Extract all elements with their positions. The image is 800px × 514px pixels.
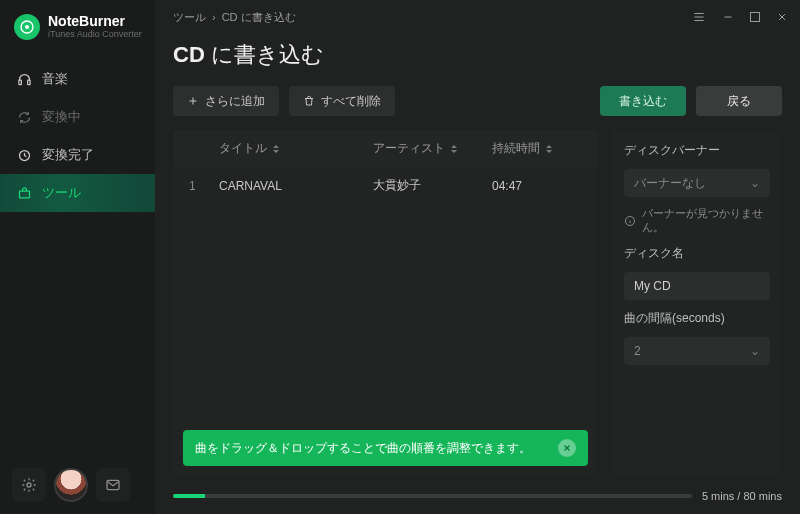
close-icon	[776, 11, 788, 23]
svg-rect-2	[18, 80, 21, 84]
nav-list: 音楽 変換中 変換完了 ツール	[0, 60, 155, 212]
gear-icon	[21, 477, 37, 493]
breadcrumb: ツール › CD に書き込む	[173, 10, 296, 25]
chevron-down-icon: ⌄	[750, 176, 760, 190]
hint-text: 曲をドラッグ＆ドロップすることで曲の順番を調整できます。	[195, 441, 531, 456]
sidebar-item-label: 音楽	[42, 70, 68, 88]
back-button[interactable]: 戻る	[696, 86, 782, 116]
minimize-icon	[722, 11, 734, 23]
discname-value: My CD	[634, 279, 671, 293]
svg-point-1	[25, 25, 29, 29]
remove-all-button[interactable]: すべて削除	[289, 86, 395, 116]
sidebar-item-converting[interactable]: 変換中	[0, 98, 155, 136]
sidebar-item-tools[interactable]: ツール	[0, 174, 155, 212]
hint-close-button[interactable]	[558, 439, 576, 457]
sidebar-footer	[0, 456, 155, 514]
brand: NoteBurner iTunes Audio Converter	[0, 0, 155, 50]
cell-index: 1	[189, 177, 219, 194]
content: タイトル アーティスト 持続時間 1 CARNAVAL 大貫妙子 04:47	[155, 130, 800, 476]
sidebar-item-label: 変換中	[42, 108, 81, 126]
th-title[interactable]: タイトル	[219, 140, 373, 157]
close-button[interactable]	[776, 11, 788, 23]
sidebar-item-label: ツール	[42, 184, 81, 202]
mail-icon	[105, 477, 121, 493]
headphones-icon	[16, 71, 32, 87]
app-logo-icon	[14, 14, 40, 40]
settings-button[interactable]	[12, 468, 46, 502]
th-duration[interactable]: 持続時間	[492, 140, 582, 157]
svg-point-6	[27, 483, 31, 487]
sidebar-item-converted[interactable]: 変換完了	[0, 136, 155, 174]
gap-select[interactable]: 2 ⌄	[624, 337, 770, 365]
minimize-button[interactable]	[722, 11, 734, 23]
chevron-down-icon: ⌄	[750, 344, 760, 358]
burner-select[interactable]: バーナーなし ⌄	[624, 169, 770, 197]
plus-icon	[187, 95, 199, 107]
gap-label: 曲の間隔(seconds)	[624, 310, 770, 327]
sidebar-item-label: 変換完了	[42, 146, 94, 164]
toolbox-icon	[16, 185, 32, 201]
main: ツール › CD に書き込む	[155, 0, 800, 514]
gap-value: 2	[634, 344, 641, 358]
sidebar: NoteBurner iTunes Audio Converter 音楽 変換中…	[0, 0, 155, 514]
progress-text: 5 mins / 80 mins	[702, 490, 782, 502]
brand-title: NoteBurner	[48, 14, 142, 29]
progress-fill	[173, 494, 205, 498]
brand-subtitle: iTunes Audio Converter	[48, 30, 142, 40]
discname-label: ディスク名	[624, 245, 770, 262]
th-artist[interactable]: アーティスト	[373, 140, 492, 157]
progress-bar	[173, 494, 692, 498]
burner-label: ディスクバーナー	[624, 142, 770, 159]
top-row: ツール › CD に書き込む	[155, 0, 800, 34]
trash-icon	[303, 95, 315, 107]
burn-button[interactable]: 書き込む	[600, 86, 686, 116]
action-row: さらに追加 すべて削除 書き込む 戻る	[155, 86, 800, 130]
page-title-rest: に書き込む	[205, 42, 324, 67]
cell-title: CARNAVAL	[219, 177, 373, 194]
info-icon	[624, 215, 636, 227]
side-panel: ディスクバーナー バーナーなし ⌄ バーナーが見つかりません。 ディスク名 My…	[612, 130, 782, 476]
svg-rect-5	[19, 191, 29, 198]
chevron-right-icon: ›	[212, 11, 216, 23]
add-more-button[interactable]: さらに追加	[173, 86, 279, 116]
svg-rect-3	[27, 80, 30, 84]
burn-label: 書き込む	[619, 93, 667, 110]
back-label: 戻る	[727, 93, 751, 110]
progress-footer: 5 mins / 80 mins	[155, 476, 800, 514]
page-title: CD に書き込む	[155, 34, 800, 86]
burner-value: バーナーなし	[634, 175, 706, 192]
cell-duration: 04:47	[492, 177, 582, 194]
table-header: タイトル アーティスト 持続時間	[173, 130, 598, 167]
breadcrumb-current: CD に書き込む	[222, 10, 296, 25]
add-more-label: さらに追加	[205, 93, 265, 110]
track-table: タイトル アーティスト 持続時間 1 CARNAVAL 大貫妙子 04:47	[173, 130, 598, 476]
menu-icon	[692, 10, 706, 24]
burner-warning: バーナーが見つかりません。	[624, 207, 770, 235]
reorder-hint: 曲をドラッグ＆ドロップすることで曲の順番を調整できます。	[183, 430, 588, 466]
close-icon	[562, 443, 572, 453]
window-controls	[692, 10, 788, 24]
sync-icon	[16, 109, 32, 125]
feedback-button[interactable]	[96, 468, 130, 502]
remove-all-label: すべて削除	[321, 93, 381, 110]
clock-icon	[16, 147, 32, 163]
sort-icon	[271, 144, 281, 154]
sidebar-item-music[interactable]: 音楽	[0, 60, 155, 98]
page-title-strong: CD	[173, 42, 205, 67]
breadcrumb-root[interactable]: ツール	[173, 10, 206, 25]
maximize-button[interactable]	[750, 12, 760, 22]
sort-icon	[449, 144, 459, 154]
avatar[interactable]	[54, 468, 88, 502]
cell-artist: 大貫妙子	[373, 177, 492, 194]
menu-button[interactable]	[692, 10, 706, 24]
discname-input[interactable]: My CD	[624, 272, 770, 300]
table-row[interactable]: 1 CARNAVAL 大貫妙子 04:47	[173, 167, 598, 204]
sort-icon	[544, 144, 554, 154]
maximize-icon	[750, 12, 760, 22]
